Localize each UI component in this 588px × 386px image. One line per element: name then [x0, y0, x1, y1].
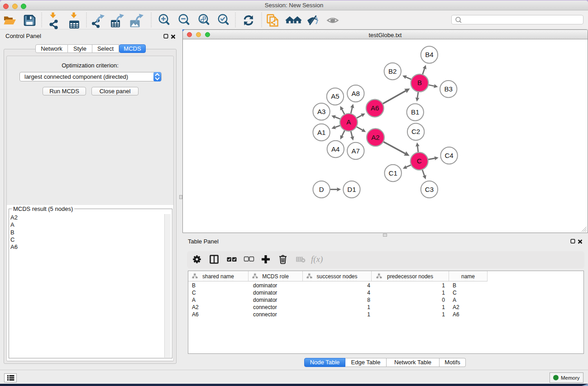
svg-text:C3: C3 — [425, 186, 434, 193]
svg-text:Memory: Memory — [561, 375, 580, 381]
svg-text:C: C — [417, 157, 422, 165]
svg-text:A7: A7 — [352, 147, 360, 155]
svg-text:C4: C4 — [445, 152, 454, 159]
svg-text:D1: D1 — [347, 186, 356, 193]
svg-text:B1: B1 — [411, 108, 419, 116]
svg-text:A3: A3 — [317, 108, 325, 115]
svg-text:D: D — [319, 186, 324, 193]
svg-text:A: A — [346, 118, 351, 126]
svg-text:B4: B4 — [425, 51, 433, 58]
svg-text:A8: A8 — [352, 90, 360, 97]
svg-text:A4: A4 — [331, 145, 339, 153]
svg-text:A2: A2 — [371, 133, 379, 141]
svg-text:A6: A6 — [371, 104, 379, 112]
svg-text:C1: C1 — [389, 169, 397, 177]
svg-text:f(x): f(x) — [311, 254, 323, 264]
svg-text:A5: A5 — [331, 92, 339, 100]
svg-text:B2: B2 — [388, 67, 397, 75]
svg-text:B3: B3 — [445, 85, 453, 93]
svg-text:B: B — [417, 79, 422, 86]
svg-text:C2: C2 — [411, 128, 420, 135]
svg-text:A1: A1 — [317, 129, 325, 136]
